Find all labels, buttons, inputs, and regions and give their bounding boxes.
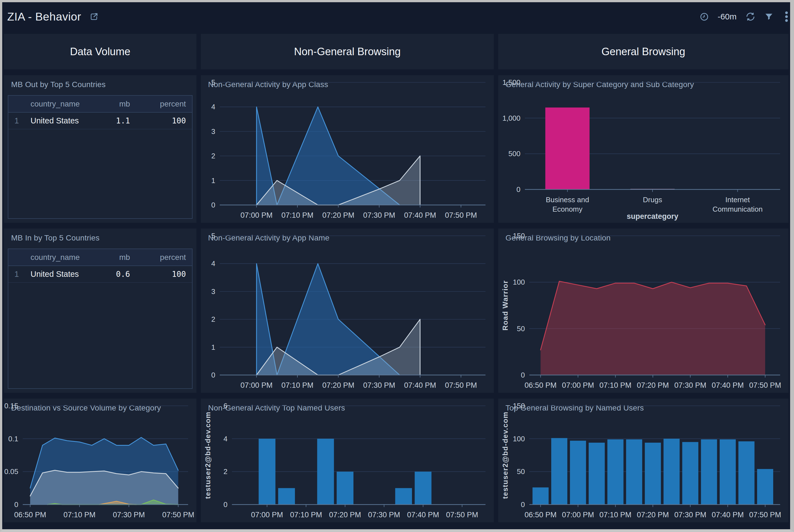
svg-text:07:20 PM: 07:20 PM <box>637 381 669 390</box>
svg-text:0.1: 0.1 <box>8 435 18 443</box>
svg-text:07:40 PM: 07:40 PM <box>404 211 436 220</box>
time-range-value[interactable]: -60m <box>718 12 737 21</box>
column-header-label: Non-General Browsing <box>294 46 401 58</box>
svg-text:07:30 PM: 07:30 PM <box>363 211 395 220</box>
svg-text:07:40 PM: 07:40 PM <box>712 511 744 519</box>
svg-text:07:10 PM: 07:10 PM <box>63 511 96 519</box>
svg-text:07:50 PM: 07:50 PM <box>749 381 781 390</box>
supercategory-chart[interactable]: Business andEconomyDrugsInternetCommunic… <box>498 75 789 223</box>
svg-text:07:10 PM: 07:10 PM <box>600 511 632 519</box>
svg-text:150: 150 <box>513 402 525 410</box>
panel-destination-vs-source-volume: Destination vs Source Volume by Category… <box>4 399 196 522</box>
svg-text:500: 500 <box>509 150 521 158</box>
svg-text:50: 50 <box>517 324 525 333</box>
mb-in-table[interactable]: country_namembpercent1United States0.610… <box>4 245 196 393</box>
svg-text:0: 0 <box>15 500 18 509</box>
dest-src-chart[interactable]: 00.050.10.1506:50 PM07:10 PM07:30 PM07:5… <box>4 399 196 522</box>
topgen-users-chart[interactable]: 05010015006:50 PM07:00 PM07:10 PM07:20 P… <box>498 399 789 522</box>
svg-text:Communication: Communication <box>713 205 763 213</box>
svg-text:07:20 PM: 07:20 PM <box>322 381 355 390</box>
page-title: ZIA - Behavior <box>7 10 81 23</box>
refresh-icon[interactable] <box>745 12 755 22</box>
table-row[interactable]: 1United States1.1100 <box>8 112 192 129</box>
svg-text:07:10 PM: 07:10 PM <box>600 381 632 390</box>
mb-out-table[interactable]: country_namembpercent1United States1.110… <box>4 91 196 223</box>
svg-text:07:30 PM: 07:30 PM <box>674 381 706 390</box>
svg-text:5: 5 <box>211 78 215 87</box>
svg-text:06:50 PM: 06:50 PM <box>525 381 557 390</box>
svg-text:100: 100 <box>513 278 525 286</box>
svg-text:2: 2 <box>211 315 215 323</box>
svg-text:07:50 PM: 07:50 PM <box>445 211 477 220</box>
svg-text:07:20 PM: 07:20 PM <box>637 511 669 519</box>
panel-general-activity-by-super-category: General Activity by Super Category and S… <box>498 75 789 223</box>
svg-text:supercategory: supercategory <box>627 212 678 221</box>
svg-text:0: 0 <box>521 371 525 379</box>
panel-top-general-browsing-by-named-users: Top General Browsing by Named Users 0501… <box>498 399 789 522</box>
svg-text:Drugs: Drugs <box>643 195 662 204</box>
svg-text:Economy: Economy <box>552 205 582 213</box>
svg-text:07:30 PM: 07:30 PM <box>368 511 400 519</box>
svg-text:150: 150 <box>513 232 525 240</box>
svg-text:0.15: 0.15 <box>4 402 18 410</box>
svg-text:4: 4 <box>211 102 215 111</box>
location-chart[interactable]: 05010015006:50 PM07:00 PM07:10 PM07:20 P… <box>498 229 789 393</box>
column-header-label: General Browsing <box>602 46 685 58</box>
topbar: ZIA - Behavior -60m <box>2 2 790 31</box>
app-name-chart[interactable]: 01234507:00 PM07:10 PM07:20 PM07:30 PM07… <box>201 229 494 393</box>
clock-icon[interactable] <box>700 12 709 21</box>
svg-text:07:50 PM: 07:50 PM <box>446 511 478 519</box>
svg-text:06:50 PM: 06:50 PM <box>525 511 557 519</box>
svg-text:07:50 PM: 07:50 PM <box>445 381 477 390</box>
table-row[interactable]: 1United States0.6100 <box>8 266 192 282</box>
svg-text:1: 1 <box>211 176 215 185</box>
nongen-users-chart[interactable]: 024607:00 PM07:10 PM07:20 PM07:30 PM07:4… <box>201 399 494 522</box>
svg-text:0.05: 0.05 <box>4 468 18 476</box>
svg-text:2: 2 <box>211 152 215 160</box>
column-header-label: Data Volume <box>70 46 130 58</box>
svg-text:1,000: 1,000 <box>503 114 521 122</box>
svg-text:07:00 PM: 07:00 PM <box>241 381 273 390</box>
panel-mb-out-by-top-5-countries: MB Out by Top 5 Countries country_namemb… <box>4 75 196 223</box>
svg-text:07:00 PM: 07:00 PM <box>241 211 273 220</box>
col-header: percent <box>136 249 192 266</box>
svg-text:07:30 PM: 07:30 PM <box>113 511 145 519</box>
filter-icon[interactable] <box>764 12 773 21</box>
app-class-chart[interactable]: 01234507:00 PM07:10 PM07:20 PM07:30 PM07… <box>201 75 494 223</box>
share-icon[interactable] <box>89 12 99 22</box>
svg-text:5: 5 <box>211 232 215 240</box>
panel-non-general-activity-top-named-users: Non-General Activity Top Named Users 024… <box>201 399 494 522</box>
svg-text:4: 4 <box>224 435 227 443</box>
dashboard-grid: Data Volume Non-General Browsing General… <box>4 34 789 522</box>
svg-text:07:20 PM: 07:20 PM <box>322 211 355 220</box>
column-header-data-volume: Data Volume <box>4 34 196 69</box>
svg-text:1,500: 1,500 <box>503 78 521 87</box>
svg-text:6: 6 <box>224 402 227 410</box>
panel-non-general-activity-by-app-class: Non-General Activity by App Class 012345… <box>201 75 494 223</box>
svg-text:1: 1 <box>211 343 215 352</box>
svg-text:2: 2 <box>224 468 227 476</box>
svg-text:4: 4 <box>211 259 215 268</box>
svg-text:0: 0 <box>521 500 525 509</box>
svg-text:Internet: Internet <box>725 195 750 204</box>
dashboard-root: ZIA - Behavior -60m <box>0 0 794 532</box>
countries-table-box: country_namembpercent1United States0.610… <box>8 248 192 389</box>
kebab-menu-icon[interactable] <box>782 10 791 23</box>
panel-title: MB Out by Top 5 Countries <box>11 80 106 89</box>
countries-table-box: country_namembpercent1United States1.110… <box>8 95 192 219</box>
svg-text:07:50 PM: 07:50 PM <box>749 511 781 519</box>
col-header: percent <box>136 96 192 112</box>
svg-text:Road Warrior: Road Warrior <box>501 280 509 330</box>
column-header-general-browsing: General Browsing <box>498 34 789 69</box>
svg-text:07:00 PM: 07:00 PM <box>562 381 594 390</box>
svg-text:3: 3 <box>211 127 215 136</box>
col-header: country_name <box>24 249 80 266</box>
svg-text:testuser2@bd-dev.com: testuser2@bd-dev.com <box>204 412 212 499</box>
svg-text:50: 50 <box>517 468 525 476</box>
panel-non-general-activity-by-app-name: Non-General Activity by App Name 0123450… <box>201 229 494 393</box>
svg-text:07:00 PM: 07:00 PM <box>251 511 283 519</box>
col-header: country_name <box>24 96 80 112</box>
svg-text:testuser2@bd-dev.com: testuser2@bd-dev.com <box>501 412 509 499</box>
svg-text:07:40 PM: 07:40 PM <box>404 381 436 390</box>
svg-text:07:30 PM: 07:30 PM <box>674 511 706 519</box>
